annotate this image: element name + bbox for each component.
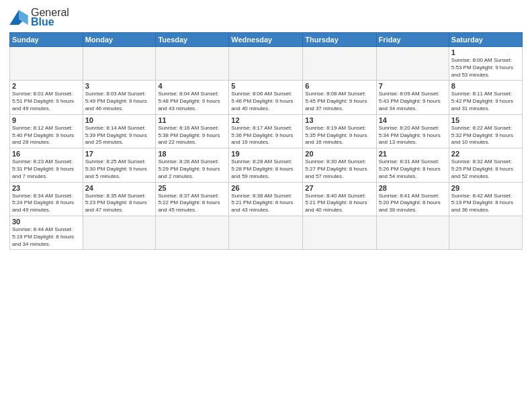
- calendar-cell: [303, 216, 376, 249]
- day-number: 4: [158, 82, 226, 90]
- logo-icon: [9, 10, 28, 25]
- weekday-header-friday: Friday: [376, 33, 449, 47]
- day-info: Sunrise: 8:38 AM Sunset: 5:21 PM Dayligh…: [231, 193, 300, 214]
- day-info: Sunrise: 8:11 AM Sunset: 5:42 PM Dayligh…: [451, 91, 520, 112]
- weekday-header-wednesday: Wednesday: [229, 33, 303, 47]
- day-info: Sunrise: 8:44 AM Sunset: 5:19 PM Dayligh…: [12, 226, 81, 248]
- calendar-cell: 25Sunrise: 8:37 AM Sunset: 5:22 PM Dayli…: [156, 182, 229, 216]
- day-info: Sunrise: 8:17 AM Sunset: 5:36 PM Dayligh…: [231, 125, 300, 146]
- calendar-week-row: 23Sunrise: 8:34 AM Sunset: 5:24 PM Dayli…: [10, 182, 523, 216]
- calendar-cell: 13Sunrise: 8:19 AM Sunset: 5:35 PM Dayli…: [303, 114, 376, 148]
- calendar-cell: 12Sunrise: 8:17 AM Sunset: 5:36 PM Dayli…: [229, 114, 303, 148]
- calendar-cell: [229, 216, 303, 249]
- calendar-cell: [156, 216, 229, 249]
- day-number: 21: [379, 150, 447, 158]
- day-number: 30: [12, 218, 81, 226]
- calendar-cell: 29Sunrise: 8:42 AM Sunset: 5:19 PM Dayli…: [449, 182, 522, 216]
- day-info: Sunrise: 8:08 AM Sunset: 5:45 PM Dayligh…: [305, 91, 373, 112]
- day-number: 25: [158, 184, 226, 192]
- calendar-cell: 18Sunrise: 8:26 AM Sunset: 5:29 PM Dayli…: [156, 148, 229, 182]
- day-info: Sunrise: 8:01 AM Sunset: 5:51 PM Dayligh…: [12, 91, 81, 112]
- day-number: 8: [451, 82, 520, 90]
- day-info: Sunrise: 8:19 AM Sunset: 5:35 PM Dayligh…: [305, 125, 373, 146]
- day-info: Sunrise: 8:23 AM Sunset: 5:31 PM Dayligh…: [12, 158, 81, 180]
- calendar-cell: 9Sunrise: 8:12 AM Sunset: 5:40 PM Daylig…: [10, 114, 83, 148]
- calendar-week-row: 1Sunrise: 8:00 AM Sunset: 5:53 PM Daylig…: [10, 47, 523, 81]
- day-info: Sunrise: 8:20 AM Sunset: 5:34 PM Dayligh…: [379, 125, 447, 146]
- day-number: 23: [12, 184, 81, 192]
- logo: General Blue: [9, 7, 69, 28]
- calendar-cell: 6Sunrise: 8:08 AM Sunset: 5:45 PM Daylig…: [303, 81, 376, 114]
- day-number: 11: [158, 116, 226, 124]
- day-info: Sunrise: 8:41 AM Sunset: 5:20 PM Dayligh…: [379, 193, 447, 214]
- day-number: 9: [12, 116, 81, 124]
- calendar-cell: [449, 216, 522, 249]
- calendar-week-row: 16Sunrise: 8:23 AM Sunset: 5:31 PM Dayli…: [10, 148, 523, 182]
- calendar-cell: 22Sunrise: 8:32 AM Sunset: 5:25 PM Dayli…: [449, 148, 522, 182]
- day-number: 29: [451, 184, 520, 192]
- calendar-cell: 15Sunrise: 8:22 AM Sunset: 5:32 PM Dayli…: [449, 114, 522, 148]
- calendar-week-row: 30Sunrise: 8:44 AM Sunset: 5:19 PM Dayli…: [10, 216, 523, 249]
- calendar-cell: 7Sunrise: 8:09 AM Sunset: 5:43 PM Daylig…: [376, 81, 449, 114]
- logo-text: General Blue: [31, 7, 69, 28]
- weekday-header-monday: Monday: [83, 33, 156, 47]
- day-info: Sunrise: 8:37 AM Sunset: 5:22 PM Dayligh…: [158, 193, 226, 214]
- calendar-cell: 14Sunrise: 8:20 AM Sunset: 5:34 PM Dayli…: [376, 114, 449, 148]
- calendar-cell: 30Sunrise: 8:44 AM Sunset: 5:19 PM Dayli…: [10, 216, 83, 249]
- weekday-header-row: SundayMondayTuesdayWednesdayThursdayFrid…: [10, 33, 523, 47]
- day-info: Sunrise: 8:30 AM Sunset: 5:27 PM Dayligh…: [305, 158, 373, 180]
- day-number: 22: [451, 150, 520, 158]
- calendar-cell: [229, 47, 303, 81]
- day-info: Sunrise: 8:42 AM Sunset: 5:19 PM Dayligh…: [451, 193, 520, 214]
- weekday-header-tuesday: Tuesday: [156, 33, 229, 47]
- day-number: 16: [12, 150, 81, 158]
- calendar-cell: [376, 216, 449, 249]
- day-info: Sunrise: 8:26 AM Sunset: 5:29 PM Dayligh…: [158, 158, 226, 180]
- calendar-cell: 24Sunrise: 8:35 AM Sunset: 5:23 PM Dayli…: [83, 182, 156, 216]
- calendar-cell: 26Sunrise: 8:38 AM Sunset: 5:21 PM Dayli…: [229, 182, 303, 216]
- day-info: Sunrise: 8:25 AM Sunset: 5:30 PM Dayligh…: [85, 158, 154, 180]
- calendar-cell: 2Sunrise: 8:01 AM Sunset: 5:51 PM Daylig…: [10, 81, 83, 114]
- calendar-cell: 20Sunrise: 8:30 AM Sunset: 5:27 PM Dayli…: [303, 148, 376, 182]
- day-info: Sunrise: 8:14 AM Sunset: 5:39 PM Dayligh…: [85, 125, 154, 146]
- calendar-cell: 17Sunrise: 8:25 AM Sunset: 5:30 PM Dayli…: [83, 148, 156, 182]
- day-number: 17: [85, 150, 154, 158]
- day-number: 20: [305, 150, 373, 158]
- day-number: 24: [85, 184, 154, 192]
- day-info: Sunrise: 8:35 AM Sunset: 5:23 PM Dayligh…: [85, 193, 154, 214]
- day-number: 12: [231, 116, 300, 124]
- day-number: 26: [231, 184, 300, 192]
- day-number: 7: [379, 82, 447, 90]
- day-number: 6: [305, 82, 373, 90]
- calendar-cell: 23Sunrise: 8:34 AM Sunset: 5:24 PM Dayli…: [10, 182, 83, 216]
- day-info: Sunrise: 8:40 AM Sunset: 5:21 PM Dayligh…: [305, 193, 373, 214]
- day-number: 15: [451, 116, 520, 124]
- day-info: Sunrise: 8:00 AM Sunset: 5:53 PM Dayligh…: [451, 57, 520, 79]
- calendar-cell: 10Sunrise: 8:14 AM Sunset: 5:39 PM Dayli…: [83, 114, 156, 148]
- day-info: Sunrise: 8:12 AM Sunset: 5:40 PM Dayligh…: [12, 125, 81, 146]
- calendar-cell: 1Sunrise: 8:00 AM Sunset: 5:53 PM Daylig…: [449, 47, 522, 81]
- weekday-header-thursday: Thursday: [303, 33, 376, 47]
- day-number: 19: [231, 150, 300, 158]
- weekday-header-sunday: Sunday: [10, 33, 83, 47]
- day-info: Sunrise: 8:28 AM Sunset: 5:28 PM Dayligh…: [231, 158, 300, 180]
- calendar-cell: [303, 47, 376, 81]
- day-number: 14: [379, 116, 447, 124]
- calendar-cell: [83, 47, 156, 81]
- calendar-cell: 27Sunrise: 8:40 AM Sunset: 5:21 PM Dayli…: [303, 182, 376, 216]
- day-info: Sunrise: 8:06 AM Sunset: 5:46 PM Dayligh…: [231, 91, 300, 112]
- day-info: Sunrise: 8:04 AM Sunset: 5:48 PM Dayligh…: [158, 91, 226, 112]
- day-number: 1: [451, 48, 520, 56]
- day-number: 18: [158, 150, 226, 158]
- day-info: Sunrise: 8:09 AM Sunset: 5:43 PM Dayligh…: [379, 91, 447, 112]
- calendar-cell: 8Sunrise: 8:11 AM Sunset: 5:42 PM Daylig…: [449, 81, 522, 114]
- calendar-week-row: 9Sunrise: 8:12 AM Sunset: 5:40 PM Daylig…: [10, 114, 523, 148]
- day-number: 27: [305, 184, 373, 192]
- day-info: Sunrise: 8:22 AM Sunset: 5:32 PM Dayligh…: [451, 125, 520, 146]
- day-number: 13: [305, 116, 373, 124]
- day-number: 5: [231, 82, 300, 90]
- calendar-table: SundayMondayTuesdayWednesdayThursdayFrid…: [9, 32, 523, 250]
- calendar-cell: [83, 216, 156, 249]
- calendar-cell: [376, 47, 449, 81]
- day-info: Sunrise: 8:31 AM Sunset: 5:26 PM Dayligh…: [379, 158, 447, 180]
